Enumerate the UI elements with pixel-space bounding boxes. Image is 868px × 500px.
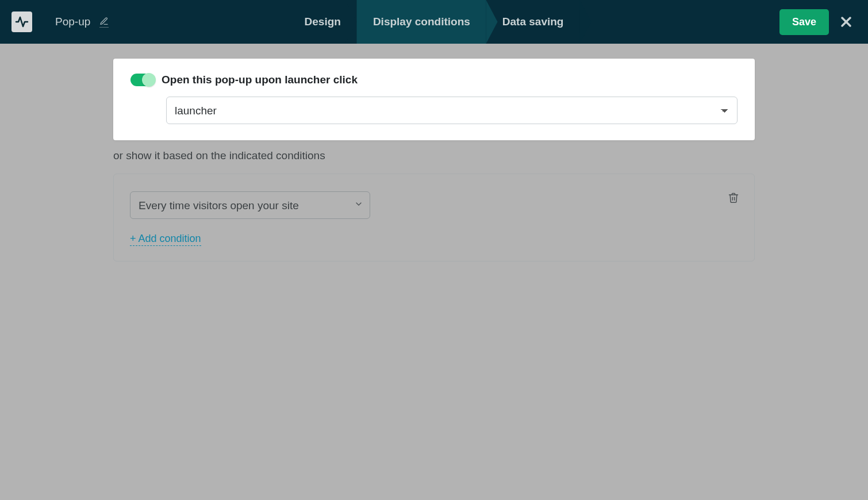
tab-label: Display conditions xyxy=(373,16,470,28)
edit-title-icon[interactable] xyxy=(99,17,109,28)
launcher-toggle[interactable] xyxy=(130,74,155,86)
main-content: Open this pop-up upon launcher click lau… xyxy=(0,44,868,261)
header-right: Save xyxy=(779,9,868,35)
wizard-tabs: Design Display conditions Data saving xyxy=(289,0,580,44)
conditions-section: or show it based on the indicated condit… xyxy=(113,149,755,261)
app-logo-icon xyxy=(11,11,32,32)
launcher-select[interactable]: launcher xyxy=(166,97,738,124)
tab-label: Design xyxy=(305,16,341,28)
app-header: Pop-up Design Display conditions Data sa… xyxy=(0,0,868,44)
save-button[interactable]: Save xyxy=(779,9,829,35)
tab-display-conditions[interactable]: Display conditions xyxy=(357,0,486,44)
close-icon[interactable] xyxy=(839,15,853,29)
add-condition-link[interactable]: + Add condition xyxy=(130,233,201,246)
tab-label: Data saving xyxy=(502,16,564,28)
launcher-toggle-label: Open this pop-up upon launcher click xyxy=(162,74,358,86)
condition-trigger-select[interactable]: Every time visitors open your site xyxy=(130,191,370,219)
page-title: Pop-up xyxy=(55,16,90,28)
header-left: Pop-up xyxy=(0,11,120,32)
tab-data-saving[interactable]: Data saving xyxy=(486,0,580,44)
conditions-intro: or show it based on the indicated condit… xyxy=(113,149,755,162)
launcher-card: Open this pop-up upon launcher click lau… xyxy=(113,59,755,140)
conditions-panel: Every time visitors open your site xyxy=(113,174,755,261)
delete-condition-icon[interactable] xyxy=(728,191,739,206)
